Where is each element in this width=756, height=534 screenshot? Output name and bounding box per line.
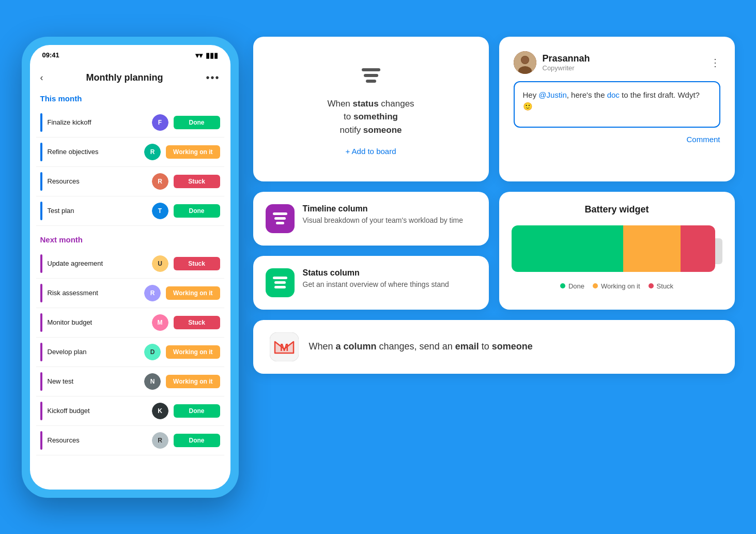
working-label: Working on it [601, 282, 640, 290]
next-month-label: Next month [30, 233, 230, 249]
gmail-icon: M [270, 332, 299, 361]
status-badge[interactable]: Done [174, 404, 220, 418]
row-border [40, 172, 42, 191]
status-badge[interactable]: Working on it [166, 286, 220, 300]
wifi-icon: ▾▾ [195, 51, 203, 59]
battery-bar [512, 225, 722, 282]
icon-line [364, 74, 378, 77]
add-to-board-link[interactable]: + Add to board [346, 147, 396, 156]
table-row: New test N Working on it [36, 367, 224, 396]
status-badge[interactable]: Stuck [174, 175, 220, 188]
icon-line [362, 68, 380, 71]
row-border [40, 143, 42, 161]
user-role: Copywriter [543, 64, 590, 72]
icon-line [274, 217, 286, 220]
legend-working: Working on it [593, 282, 640, 290]
avatar: R [144, 285, 161, 301]
status-description: Get an instant overview of where things … [303, 280, 449, 290]
status-badge[interactable]: Stuck [174, 257, 220, 270]
avatar: M [152, 314, 168, 331]
timeline-info: Timeline column Visual breakdown of your… [303, 204, 464, 226]
legend-stuck: Stuck [649, 282, 674, 290]
email-card: M When a column changes, send an email t… [253, 320, 735, 374]
more-menu-button[interactable]: ••• [206, 72, 220, 84]
icon-line [274, 281, 286, 284]
phone-title: Monthly planning [86, 72, 163, 83]
row-border [40, 254, 42, 273]
status-badge[interactable]: Done [174, 204, 220, 218]
mention-justin: @Justin [538, 90, 566, 99]
doc-link[interactable]: doc [607, 90, 620, 99]
status-icon-box [266, 268, 295, 297]
back-button[interactable]: ‹ [40, 72, 43, 83]
main-container: 09:41 ▾▾ ▮▮▮ ‹ Monthly planning ••• This… [22, 37, 735, 498]
icon-line [274, 286, 286, 288]
stuck-dot [649, 283, 654, 288]
status-icon [273, 277, 287, 288]
icon-line [273, 212, 287, 215]
automation-card: When status changesto somethingnotify so… [253, 37, 489, 181]
status-badge[interactable]: Working on it [166, 345, 220, 359]
table-row: Develop plan D Working on it [36, 338, 224, 367]
status-time: 09:41 [42, 51, 59, 59]
chat-header: Prasannah Copywriter ⋮ [514, 51, 720, 74]
next-month-task-list: Update agreement U Stuck Risk assessment… [30, 249, 230, 455]
row-border [40, 113, 42, 132]
stuck-label: Stuck [657, 282, 674, 290]
table-row: Kickoff budget K Done [36, 396, 224, 426]
status-badge[interactable]: Stuck [174, 316, 220, 329]
user-details: Prasannah Copywriter [543, 53, 590, 72]
chat-message[interactable]: Hey @Justin, here's the doc to the first… [514, 81, 720, 128]
task-name: Resources [48, 177, 147, 185]
avatar: U [152, 255, 168, 272]
phone-inner: 09:41 ▾▾ ▮▮▮ ‹ Monthly planning ••• This… [30, 45, 230, 490]
task-name: Resources [48, 436, 147, 444]
task-name: Develop plan [48, 348, 140, 356]
task-name: Monitor budget [48, 318, 147, 326]
task-name: Test plan [48, 207, 147, 215]
table-row: Refine objectives R Working on it [36, 138, 224, 167]
legend-done: Done [560, 282, 584, 290]
battery-stuck-segment [681, 225, 715, 272]
row-border [40, 202, 42, 220]
svg-text:M: M [280, 342, 288, 353]
done-dot [560, 283, 565, 288]
status-badge[interactable]: Working on it [166, 145, 220, 159]
status-column-card: Status column Get an instant overview of… [253, 256, 489, 310]
table-row: Test plan T Done [36, 196, 224, 226]
table-row: Finalize kickoff F Done [36, 108, 224, 138]
phone-content: ‹ Monthly planning ••• This month Finali… [30, 63, 230, 466]
row-border [40, 402, 42, 420]
status-badge[interactable]: Working on it [166, 375, 220, 388]
avatar: T [152, 203, 168, 219]
row-border [40, 372, 42, 391]
task-name: Update agreement [48, 260, 147, 267]
avatar: R [144, 144, 161, 160]
row-border [40, 313, 42, 332]
table-row: Resources R Done [36, 426, 224, 455]
task-name: Refine objectives [48, 148, 140, 156]
status-icons: ▾▾ ▮▮▮ [195, 51, 218, 59]
row-border [40, 284, 42, 302]
timeline-card: Timeline column Visual breakdown of your… [253, 192, 489, 246]
avatar: F [152, 114, 168, 131]
icon-line [276, 222, 284, 224]
row-border [40, 343, 42, 361]
more-options-button[interactable]: ⋮ [710, 56, 720, 69]
this-month-label: This month [30, 92, 230, 108]
task-name: Kickoff budget [48, 407, 147, 415]
task-name: Risk assessment [48, 289, 140, 297]
table-row: Monitor budget M Stuck [36, 308, 224, 338]
timeline-icon-box [266, 204, 295, 233]
working-dot [593, 283, 598, 288]
status-badge[interactable]: Done [174, 116, 220, 129]
chat-card: Prasannah Copywriter ⋮ Hey @Justin, here… [499, 37, 735, 181]
automation-icon [358, 62, 384, 89]
task-name: Finalize kickoff [48, 118, 147, 126]
table-row: Update agreement U Stuck [36, 249, 224, 279]
status-badge[interactable]: Done [174, 434, 220, 447]
avatar: D [144, 344, 161, 360]
battery-working-segment [623, 225, 680, 272]
task-name: New test [48, 377, 140, 385]
comment-button[interactable]: Comment [514, 135, 720, 144]
